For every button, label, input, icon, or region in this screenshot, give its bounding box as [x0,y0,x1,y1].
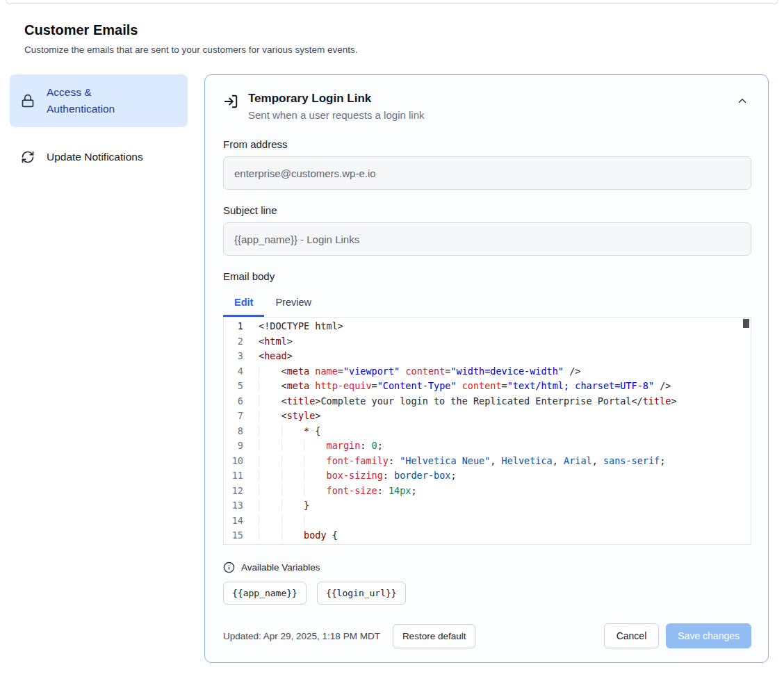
code-lines: 1<!DOCTYPE html>2<html>3<head>4 <meta na… [224,319,751,545]
code-line[interactable]: 15 body { [224,528,751,543]
line-number: 16 [224,543,243,545]
line-number: 3 [224,349,243,364]
tab-preview[interactable]: Preview [264,290,322,317]
code-line[interactable]: 11 box-sizing: border-box; [224,468,751,484]
code-line[interactable]: 1<!DOCTYPE html> [224,319,751,334]
available-variables-header: Available Variables [223,561,751,573]
page-title: Customer Emails [24,22,759,38]
from-address-field: From address [223,138,751,190]
tab-edit[interactable]: Edit [223,290,264,317]
panel-title: Temporary Login Link [248,92,424,106]
sidebar-item-label: Update Notifications [47,149,143,165]
line-number: 4 [224,364,243,379]
code-line[interactable]: 8 * { [224,424,751,439]
code-line[interactable]: 16 background-color: #f6f6f6; [224,543,751,545]
code-line[interactable]: 4 <meta name="viewport" content="width=d… [224,364,751,379]
line-number: 15 [224,528,243,543]
line-number: 2 [224,334,243,350]
panel-footer: Updated: Apr 29, 2025, 1:18 PM MDT Resto… [223,623,751,648]
lock-icon [21,94,35,108]
code-line[interactable]: 6 <title>Complete your login to the Repl… [224,394,751,409]
code-line[interactable]: 12 font-size: 14px; [224,484,751,499]
updated-timestamp: Updated: Apr 29, 2025, 1:18 PM MDT [223,631,380,641]
sidebar-item-label: Access & Authentication [47,84,151,117]
line-number: 7 [224,409,243,424]
line-number: 8 [224,424,243,439]
available-variables-label: Available Variables [241,562,320,573]
code-line[interactable]: 5 <meta http-equiv="Content-Type" conten… [224,379,751,394]
code-line[interactable]: 14 [224,514,751,529]
save-changes-button[interactable]: Save changes [666,623,751,648]
email-types-sidebar: Access & Authentication Update Notificat… [10,74,188,175]
code-line[interactable]: 9 margin: 0; [224,438,751,454]
info-icon [223,561,235,573]
email-body-label: Email body [223,270,751,282]
available-variables-section: Available Variables {{app_name}}{{login_… [223,561,751,605]
line-number: 10 [224,454,243,469]
panel-subtitle: Sent when a user requests a login link [248,109,424,121]
refresh-icon [21,150,35,164]
variable-chip[interactable]: {{login_url}} [317,582,406,605]
subject-line-label: Subject line [223,204,751,216]
line-number: 5 [224,379,243,394]
line-number: 12 [224,484,243,499]
editor-scrollbar-thumb[interactable] [743,319,749,328]
sidebar-item-access-authentication[interactable]: Access & Authentication [10,74,188,127]
variable-chips: {{app_name}}{{login_url}} [223,582,751,605]
from-address-input[interactable] [223,156,751,190]
subject-line-input[interactable] [223,222,751,256]
sidebar-item-update-notifications[interactable]: Update Notifications [10,139,188,175]
cancel-button[interactable]: Cancel [604,623,660,648]
line-number: 1 [224,319,243,334]
code-line[interactable]: 2<html> [224,334,751,350]
page-subtitle: Customize the emails that are sent to yo… [24,44,759,55]
editor-tabs: Edit Preview [223,290,751,317]
code-line[interactable]: 7 <style> [224,409,751,424]
collapse-section-button[interactable] [733,92,751,110]
code-line[interactable]: 10 font-family: "Helvetica Neue", Helvet… [224,454,751,469]
email-body-field: Email body Edit Preview 1<!DOCTYPE html>… [223,270,751,545]
line-number: 13 [224,498,243,514]
previous-card-bottom-edge [6,0,778,4]
login-link-icon [223,94,238,109]
code-line[interactable]: 3<head> [224,349,751,364]
panel-header-text: Temporary Login Link Sent when a user re… [248,92,424,121]
line-number: 6 [224,394,243,409]
subject-line-field: Subject line [223,204,751,256]
main-layout: Access & Authentication Update Notificat… [10,74,769,663]
page-header: Customer Emails Customize the emails tha… [24,22,759,55]
line-number: 11 [224,468,243,484]
code-line[interactable]: 13 } [224,498,751,514]
line-number: 9 [224,438,243,454]
from-address-label: From address [223,138,751,150]
variable-chip[interactable]: {{app_name}} [223,582,307,605]
email-settings-panel: Temporary Login Link Sent when a user re… [204,74,769,663]
chevron-up-icon [736,95,749,107]
line-number: 14 [224,514,243,529]
panel-header: Temporary Login Link Sent when a user re… [223,92,751,121]
restore-default-button[interactable]: Restore default [393,624,476,648]
email-body-code-editor[interactable]: 1<!DOCTYPE html>2<html>3<head>4 <meta na… [223,317,751,545]
